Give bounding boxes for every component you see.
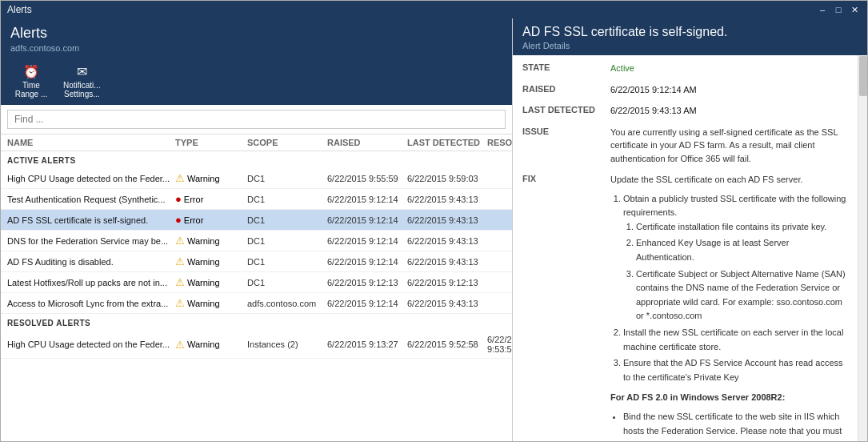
title-bar: Alerts – □ ✕ <box>1 1 867 18</box>
fix-section2-bold: For AD FS 2.0 in Windows Server 2008R2: <box>610 392 785 402</box>
search-input[interactable] <box>7 110 506 129</box>
alert-detected: 6/22/2015 9:43:13 <box>407 257 487 267</box>
alert-scope: DC1 <box>247 236 327 246</box>
alert-detected: 6/22/2015 9:43:13 <box>407 215 487 225</box>
raised-label: RAISED <box>522 83 610 97</box>
table-header: NAME TYPE SCOPE RAISED LAST DETECTED RES… <box>1 135 512 151</box>
alert-raised: 6/22/2015 9:12:14 <box>327 215 407 225</box>
col-detected: LAST DETECTED <box>407 138 487 147</box>
left-title: Alerts <box>10 25 502 42</box>
col-scope: SCOPE <box>247 138 327 147</box>
alert-type: ⚠ Warning <box>175 255 247 267</box>
list-item: Bind the new SSL certificate to the web … <box>623 410 848 438</box>
warning-icon: ⚠ <box>175 339 185 351</box>
alert-scope: DC1 <box>247 257 327 267</box>
title-bar-title: Alerts <box>7 4 32 15</box>
alert-type: ⚠ Warning <box>175 235 247 247</box>
fix-list: Obtain a publicly trusted SSL certificat… <box>623 192 848 385</box>
detail-state-row: STATE Active <box>522 62 848 75</box>
scrollbar-track[interactable] <box>858 55 867 441</box>
fix-content: Update the SSL certificate on each AD FS… <box>610 173 848 440</box>
alert-type: ⚠ Warning <box>175 172 247 184</box>
list-item: Certificate Subject or Subject Alternati… <box>636 267 848 323</box>
maximize-button[interactable]: □ <box>832 3 845 16</box>
alert-scope: Instances (2) <box>247 340 327 349</box>
minimize-button[interactable]: – <box>816 3 829 16</box>
warning-icon: ⚠ <box>175 255 185 267</box>
right-panel: AD FS SSL certificate is self-signed. Al… <box>513 18 867 441</box>
alert-name: High CPU Usage detected on the Feder... <box>7 340 175 349</box>
table-row[interactable]: Access to Microsoft Lync from the extra.… <box>1 293 512 314</box>
detected-value: 6/22/2015 9:43:13 AM <box>610 104 848 118</box>
alert-type: ⚠ Warning <box>175 297 247 309</box>
col-type: TYPE <box>175 138 247 147</box>
section-resolved-header: RESOLVED ALERTS <box>1 314 512 331</box>
mail-icon: ✉ <box>77 64 87 79</box>
fix-section2-title: For AD FS 2.0 in Windows Server 2008R2: <box>610 391 848 405</box>
alert-name: AD FS Auditing is disabled. <box>7 257 175 267</box>
left-panel: Alerts adfs.contoso.com ⏰ Time Range ...… <box>1 18 513 441</box>
alert-type: ● Error <box>175 193 247 205</box>
alert-name: Test Authentication Request (Synthetic..… <box>7 195 175 204</box>
alert-detected: 6/22/2015 9:12:13 <box>407 278 487 287</box>
scrollbar-thumb[interactable] <box>859 56 867 96</box>
table-row[interactable]: AD FS SSL certificate is self-signed. ● … <box>1 210 512 231</box>
alert-scope: adfs.contoso.com <box>247 299 327 308</box>
alert-raised: 6/22/2015 9:12:14 <box>327 257 407 267</box>
title-bar-left: Alerts <box>7 4 32 15</box>
alert-detected: 6/22/2015 9:43:13 <box>407 195 487 204</box>
alert-type: ● Error <box>175 214 247 226</box>
alert-scope: DC1 <box>247 278 327 287</box>
table-row[interactable]: High CPU Usage detected on the Feder... … <box>1 331 512 359</box>
raised-value: 6/22/2015 9:12:14 AM <box>610 83 848 97</box>
alert-raised: 6/22/2015 9:12:13 <box>327 278 407 287</box>
alert-name: AD FS SSL certificate is self-signed. <box>7 215 175 225</box>
alert-detected: 6/22/2015 9:43:13 <box>407 299 487 308</box>
table-row[interactable]: DNS for the Federation Service may be...… <box>1 231 512 251</box>
alert-name: Access to Microsoft Lync from the extra.… <box>7 299 175 308</box>
detail-issue-row: ISSUE You are currently using a self-sig… <box>522 126 848 166</box>
alert-scope: DC1 <box>247 174 327 183</box>
time-range-label: Time <box>22 81 40 90</box>
list-item: Install the new SSL certificate on each … <box>623 326 848 354</box>
main-area: Alerts adfs.contoso.com ⏰ Time Range ...… <box>1 18 867 441</box>
detail-fix-row: FIX Update the SSL certificate on each A… <box>522 173 848 440</box>
alert-raised: 6/22/2015 9:13:27 <box>327 340 407 349</box>
col-name: NAME <box>7 138 175 147</box>
title-bar-controls: – □ ✕ <box>816 3 861 16</box>
warning-icon: ⚠ <box>175 297 185 309</box>
app-window: Alerts – □ ✕ Alerts adfs.contoso.com ⏰ T… <box>0 0 868 442</box>
fix-intro: Update the SSL certificate on each AD FS… <box>610 173 848 187</box>
issue-text: You are currently using a self-signed ce… <box>610 126 848 166</box>
fix-section2-list: Bind the new SSL certificate to the web … <box>623 410 848 438</box>
alert-type: ⚠ Warning <box>175 276 247 288</box>
search-bar <box>1 105 512 135</box>
time-range-label2: Range ... <box>15 90 48 98</box>
table-row[interactable]: Latest Hotfixes/Roll up packs are not in… <box>1 272 512 293</box>
list-item: Certificate installation file contains i… <box>636 220 848 235</box>
detail-raised-row: RAISED 6/22/2015 9:12:14 AM <box>522 83 848 97</box>
alert-name: High CPU Usage detected on the Feder... <box>7 174 175 183</box>
detail-content: STATE Active RAISED 6/22/2015 9:12:14 AM… <box>513 55 867 441</box>
table-row[interactable]: Test Authentication Request (Synthetic..… <box>1 189 512 210</box>
left-header: Alerts adfs.contoso.com <box>1 18 512 58</box>
alert-name: Latest Hotfixes/Roll up packs are not in… <box>7 278 175 287</box>
close-button[interactable]: ✕ <box>848 3 861 16</box>
fix-sublist: Certificate installation file contains i… <box>636 220 848 323</box>
table-row[interactable]: High CPU Usage detected on the Feder... … <box>1 168 512 189</box>
warning-icon: ⚠ <box>175 235 185 247</box>
notification-settings-button[interactable]: ✉ Notificati... Settings... <box>57 61 107 102</box>
time-range-button[interactable]: ⏰ Time Range ... <box>7 61 55 102</box>
alerts-list: ACTIVE ALERTS High CPU Usage detected on… <box>1 151 512 441</box>
table-row[interactable]: AD FS Auditing is disabled. ⚠ Warning DC… <box>1 251 512 272</box>
detail-table: STATE Active RAISED 6/22/2015 9:12:14 AM… <box>513 55 867 441</box>
notif-label2: Settings... <box>64 90 99 98</box>
error-icon: ● <box>175 193 182 205</box>
col-raised: RAISED <box>327 138 407 147</box>
list-item: Obtain a publicly trusted SSL certificat… <box>623 192 848 323</box>
alert-detected: 6/22/2015 9:59:03 <box>407 174 487 183</box>
list-item: Ensure that the AD FS Service Account ha… <box>623 356 848 384</box>
alert-name: DNS for the Federation Service may be... <box>7 236 175 246</box>
alert-detected: 6/22/2015 9:52:58 <box>407 340 487 349</box>
alert-resolved: 6/22/2015 9:53:58 <box>487 335 512 354</box>
